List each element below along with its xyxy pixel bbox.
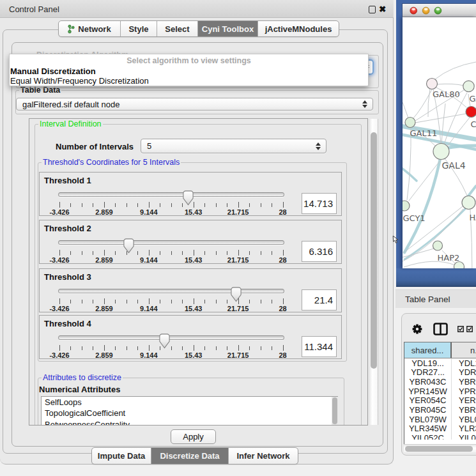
algorithm-dropdown-popup: Select algorithm to view settings Manual… — [9, 54, 369, 86]
dropdown-hint-item[interactable]: Select algorithm to view settings — [10, 56, 368, 65]
tab-cyni-toolbox-label: Cyni Toolbox — [202, 24, 254, 34]
close-traffic-light[interactable] — [410, 7, 417, 14]
slider-minor-tick — [82, 203, 82, 207]
tab-network[interactable]: Network — [59, 21, 121, 36]
table-row[interactable]: YLR345WYLR34 — [404, 424, 476, 433]
threshold-slider-track[interactable] — [58, 289, 284, 293]
table-row[interactable]: YER054CYER05 — [404, 396, 476, 406]
slider-major-tick — [104, 250, 105, 256]
network-node[interactable] — [466, 107, 476, 118]
minimize-traffic-light[interactable] — [422, 7, 429, 14]
threshold-slider-thumb[interactable] — [159, 334, 170, 349]
tab-impute-data[interactable]: Impute Data — [92, 448, 151, 464]
network-view[interactable]: GAL80GACGAL11GAL4GCY1HAHAP2 — [403, 17, 476, 268]
tab-cyni-toolbox[interactable]: Cyni Toolbox — [198, 21, 258, 36]
attribute-list-item[interactable]: SelfLoops — [42, 397, 337, 408]
table-horizontal-scrollbar[interactable] — [404, 444, 476, 452]
slider-major-tick — [238, 202, 239, 208]
column-header-name[interactable]: n... — [452, 342, 476, 358]
table-horizontal-scrollbar-thumb[interactable] — [405, 446, 473, 452]
slider-minor-tick — [249, 203, 250, 207]
slider-minor-tick — [70, 251, 71, 255]
gear-icon[interactable] — [412, 324, 422, 334]
dropdown-item-manual-discretization[interactable]: Manual Discretization — [10, 66, 96, 76]
cell-name: YER05 — [452, 396, 476, 406]
column-header-shared-name[interactable]: shared... — [404, 342, 452, 358]
tick-label: 9.144 — [140, 351, 158, 359]
cell-name: YLR34 — [452, 424, 476, 433]
slider-minor-tick — [204, 346, 205, 350]
threshold-panel: Threshold 2-3.4262.8599.14415.4321.71528… — [39, 220, 342, 264]
table-row[interactable]: YBR045CYBR04 — [404, 405, 476, 415]
network-node[interactable] — [403, 201, 410, 211]
slider-minor-tick — [227, 251, 227, 255]
slider-minor-tick — [261, 203, 261, 207]
tab-jactivemnodules[interactable]: jActiveMNodules — [258, 21, 339, 36]
slider-minor-tick — [204, 203, 205, 207]
apply-button[interactable]: Apply — [171, 429, 216, 444]
zoom-traffic-light[interactable] — [434, 7, 441, 14]
dropdown-item-equal-width[interactable]: Equal Width/Frequency Discretization — [10, 76, 149, 86]
network-node[interactable] — [454, 262, 464, 269]
table-row[interactable]: YPR145WYPR14 — [404, 387, 476, 396]
network-node[interactable] — [427, 79, 438, 89]
slider-minor-tick — [182, 300, 183, 303]
settings-scrollbar[interactable] — [369, 119, 378, 425]
checkbox-icon[interactable] — [457, 326, 464, 332]
slider-minor-tick — [227, 300, 227, 303]
settings-scrollbar-thumb[interactable] — [371, 132, 377, 369]
attributes-list-scrollbar[interactable] — [332, 397, 338, 426]
tab-select[interactable]: Select — [157, 21, 198, 36]
threshold-slider-track[interactable] — [58, 240, 284, 245]
threshold-slider-track[interactable] — [58, 335, 284, 340]
slider-minor-tick — [204, 300, 205, 303]
control-panel-titlebar: Control Panel ✖ — [0, 0, 394, 18]
network-node[interactable] — [462, 196, 475, 210]
tick-label: 15.43 — [185, 256, 203, 264]
threshold-value-field[interactable]: 14.713 — [302, 193, 337, 214]
tab-discretize-data[interactable]: Discretize Data — [151, 448, 229, 464]
threshold-slider-thumb[interactable] — [231, 287, 242, 303]
tab-infer-network[interactable]: Infer Network — [229, 448, 298, 464]
network-node-label: HAP2 — [438, 253, 460, 263]
close-icon[interactable]: ✖ — [379, 4, 386, 14]
slider-minor-tick — [272, 300, 272, 303]
threshold-value-field[interactable]: 11.344 — [302, 336, 337, 357]
threshold-value-field[interactable]: 21.4 — [302, 289, 337, 311]
table-row[interactable]: YBR043CYBR04 — [404, 377, 476, 387]
table-row[interactable]: YIL052CYIL05 — [404, 433, 476, 440]
network-node[interactable] — [405, 118, 415, 128]
split-view-icon[interactable] — [433, 323, 448, 335]
attributes-list-scrollbar-thumb[interactable] — [332, 397, 337, 424]
network-node[interactable] — [433, 144, 449, 160]
table-row[interactable]: YBL079WYBL07 — [404, 415, 476, 424]
threshold-value-field[interactable]: 6.316 — [302, 241, 337, 262]
threshold-slider-thumb[interactable] — [123, 238, 134, 254]
cell-shared-name: YIL052C — [404, 433, 452, 440]
table-data-combo[interactable]: galFiltered.sif default node — [16, 98, 373, 111]
network-node[interactable] — [433, 241, 443, 250]
table-row[interactable]: YDR27...YDR27 — [404, 368, 476, 378]
threshold-label: Threshold 1 — [44, 176, 91, 185]
threshold-slider-thumb[interactable] — [183, 190, 194, 206]
network-edge — [441, 104, 445, 143]
cell-name: YDL19 — [452, 358, 476, 368]
slider-major-tick — [283, 202, 284, 208]
attribute-list-item[interactable]: BetweennessCentrality — [42, 419, 337, 426]
network-node[interactable] — [463, 81, 474, 91]
float-window-icon[interactable] — [369, 6, 376, 13]
attributes-group-title: Attributes to discretize — [42, 374, 123, 382]
attribute-list-item[interactable]: TopologicalCoefficient — [42, 408, 337, 418]
slider-major-tick — [104, 345, 105, 351]
checkbox-icon[interactable] — [466, 326, 473, 332]
network-window-titlebar — [403, 4, 476, 17]
threshold-slider-track[interactable] — [58, 192, 284, 197]
tab-style[interactable]: Style — [121, 21, 157, 36]
network-node-label: GCY1 — [403, 213, 426, 223]
tick-label: -3.426 — [49, 351, 69, 359]
table-row[interactable]: YDL19...YDL19 — [404, 358, 476, 368]
tick-label: 9.144 — [140, 256, 158, 264]
numerical-attributes-list[interactable]: SelfLoopsTopologicalCoefficientBetweenne… — [41, 396, 338, 426]
slider-minor-tick — [160, 203, 160, 207]
slider-minor-tick — [93, 203, 93, 207]
